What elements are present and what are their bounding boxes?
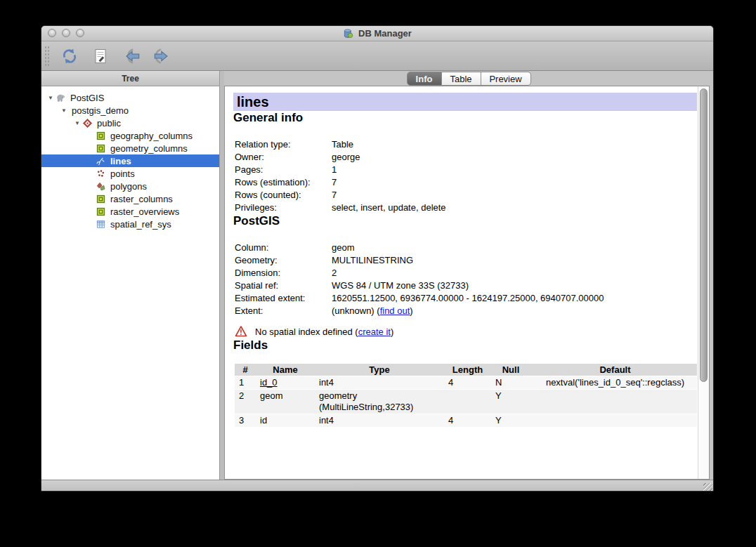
detail-area: InfoTablePreview lines General info Rela… [224, 71, 713, 480]
tree-item-raster_overviews[interactable]: raster_overviews [41, 205, 219, 218]
schema-diamond-icon [82, 117, 94, 128]
refresh-icon [60, 47, 79, 65]
general-info-row: Pages:1 [235, 164, 697, 176]
fields-column-header: Null [491, 364, 530, 376]
object-title: lines [233, 93, 697, 111]
info-label: Rows (counted): [235, 189, 332, 202]
tab-table[interactable]: Table [442, 72, 481, 86]
main-area: Tree ▼PostGIS▼postgis_demo▼publicgeograp… [41, 71, 713, 480]
info-label: Rows (estimation): [235, 176, 332, 189]
info-label: Geometry: [235, 254, 332, 267]
polygon-layer-icon [96, 180, 107, 192]
info-label: Extent: [235, 305, 332, 317]
info-label: Dimension: [235, 267, 332, 279]
warning-text-suffix: ) [391, 327, 393, 337]
info-value: (unknown) (find out) [332, 305, 413, 317]
tree-item-geography_columns[interactable]: geography_columns [41, 129, 219, 142]
fields-cell: 4 [444, 376, 491, 389]
info-value: 7 [332, 176, 337, 189]
fields-cell: N [491, 376, 530, 389]
fields-cell: id_0 [256, 376, 315, 389]
fields-table-header: #NameTypeLengthNullDefault [235, 364, 697, 376]
general-info-row: Owner:george [235, 151, 697, 164]
postgis-info-row: Estimated extent:1620551.12500, 6936774.… [235, 292, 697, 305]
close-button[interactable] [48, 29, 56, 37]
tree-item-label: spatial_ref_sys [107, 219, 171, 230]
toolbar-drag-handle-icon[interactable] [44, 46, 50, 67]
postgis-info-row: Dimension:2 [235, 267, 697, 279]
minimize-button[interactable] [62, 29, 70, 37]
table-green-icon [96, 130, 107, 141]
window-title: DB Manager [358, 28, 412, 39]
export-to-file-button[interactable] [148, 44, 176, 68]
tab-bar: InfoTablePreview [224, 72, 713, 86]
fields-cell: 1 [235, 376, 256, 389]
general-info-row: Privileges:select, insert, update, delet… [235, 202, 697, 214]
fields-table-row: 2geomgeometry (MultiLineString,32733)Y [235, 390, 697, 414]
fields-table-row: 1id_0int44Nnextval('lines_id_0_seq'::reg… [235, 376, 697, 389]
resize-grip[interactable] [703, 483, 712, 492]
tree-item-label: raster_columns [107, 194, 173, 204]
expand-arrow-icon[interactable]: ▼ [46, 95, 56, 101]
fields-cell: nextval('lines_id_0_seq'::regclass) [530, 376, 697, 389]
expand-arrow-icon[interactable]: ▼ [59, 107, 69, 114]
fields-cell: 3 [235, 414, 256, 427]
expand-arrow-icon[interactable]: ▼ [72, 120, 82, 126]
tree-item-PostGIS[interactable]: ▼PostGIS [41, 91, 219, 104]
find-out-link[interactable]: find out [380, 305, 410, 316]
tree-item-public[interactable]: ▼public [41, 117, 219, 129]
info-label: Privileges: [235, 202, 332, 214]
fields-cell: 4 [444, 414, 491, 427]
tree-item-label: public [94, 118, 121, 128]
info-value: select, insert, update, delete [332, 202, 446, 214]
tree-item-label: postgis_demo [69, 105, 129, 116]
fields-table: #NameTypeLengthNullDefault 1id_0int44Nne… [235, 363, 697, 428]
table-green-icon [96, 143, 107, 154]
refresh-button[interactable] [56, 44, 84, 68]
create-index-link[interactable]: create it [358, 327, 391, 337]
tab-preview[interactable]: Preview [481, 72, 531, 86]
warning-triangle-icon [235, 325, 247, 338]
tree-item-postgis_demo[interactable]: ▼postgis_demo [41, 104, 219, 117]
status-bar [41, 480, 713, 492]
postgis-info-table: Column:geomGeometry:MULTILINESTRINGDimen… [235, 242, 697, 317]
tree-item-raster_columns[interactable]: raster_columns [41, 192, 219, 205]
import-layer-button[interactable] [117, 44, 145, 68]
sql-window-button[interactable] [86, 44, 115, 68]
traffic-lights [48, 29, 84, 37]
postgis-heading: PostGIS [233, 214, 697, 228]
postgis-info-row: Geometry:MULTILINESTRING [235, 254, 697, 267]
tree-item-label: raster_overviews [107, 206, 179, 217]
vertical-scrollbar[interactable] [698, 86, 709, 479]
tree-item-label: geometry_columns [107, 143, 188, 154]
primary-key-field-name: id_0 [260, 377, 278, 388]
warning-text: No spatial index defined (create it) [255, 327, 393, 337]
zoom-button[interactable] [76, 29, 84, 37]
tree-item-spatial_ref_sys[interactable]: spatial_ref_sys [41, 218, 219, 230]
tree-item-lines[interactable]: lines [41, 154, 219, 167]
export-file-icon [152, 47, 173, 65]
info-label: Column: [235, 242, 332, 254]
spatial-index-warning: No spatial index defined (create it) [235, 324, 697, 338]
info-label: Estimated extent: [235, 292, 332, 305]
fields-column-header: # [235, 364, 256, 376]
fields-cell [444, 390, 491, 414]
postgis-info-row: Column:geom [235, 242, 697, 254]
fields-cell: int4 [315, 414, 444, 427]
connection-tree: ▼PostGIS▼postgis_demo▼publicgeography_co… [41, 86, 219, 480]
postgis-elephant-icon [56, 92, 67, 103]
tree-panel: Tree ▼PostGIS▼postgis_demo▼publicgeograp… [41, 71, 220, 480]
tab-info[interactable]: Info [407, 72, 442, 86]
fields-column-header: Type [315, 364, 444, 376]
tree-item-label: polygons [107, 181, 147, 192]
scrollbar-thumb[interactable] [700, 88, 708, 382]
tree-item-points[interactable]: points [41, 167, 219, 180]
tree-item-polygons[interactable]: polygons [41, 180, 219, 192]
title-bar[interactable]: DB Manager [41, 26, 713, 41]
general-info-row: Relation type:Table [235, 138, 697, 151]
line-layer-icon [96, 155, 107, 166]
tree-item-label: PostGIS [67, 93, 104, 103]
fields-column-header: Length [444, 364, 491, 376]
fields-cell [530, 414, 697, 427]
tree-item-geometry_columns[interactable]: geometry_columns [41, 142, 219, 154]
